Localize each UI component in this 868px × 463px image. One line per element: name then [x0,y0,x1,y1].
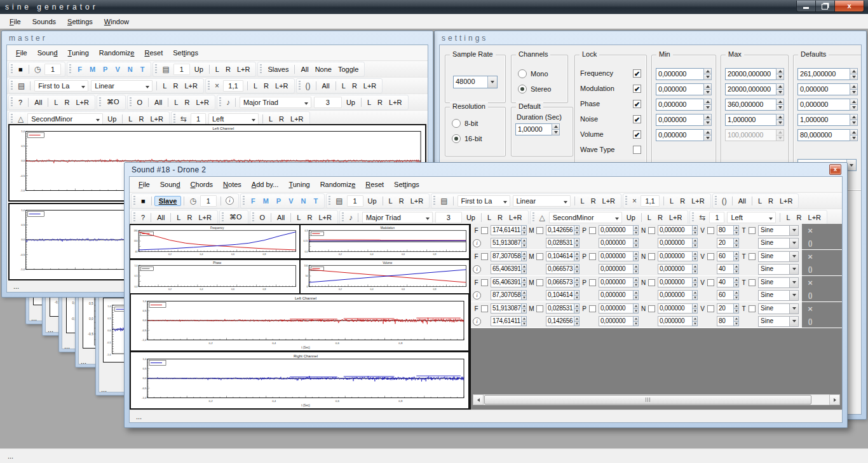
remove-row-button[interactable]: × [802,304,818,314]
spin-down-icon[interactable] [733,296,739,301]
stop-button[interactable]: ■ [138,196,149,206]
spin-down-icon[interactable] [574,231,580,236]
grip-handle-icon[interactable] [69,64,71,74]
both-channels-button[interactable]: L+R [666,212,686,223]
grip-handle-icon[interactable] [625,196,627,205]
spin-up-icon[interactable] [574,303,580,309]
value-spinner[interactable]: 174,61411 [491,316,527,326]
spin-down-icon[interactable] [733,231,739,236]
grip-handle-icon[interactable] [433,196,435,205]
spin-up-icon[interactable] [633,264,639,270]
scroll-right-button[interactable] [829,394,840,405]
spin-down-icon[interactable] [574,283,580,288]
wave-type-combo[interactable]: Sine [758,251,799,262]
spin-up-icon[interactable] [733,277,739,283]
all-button[interactable]: All [735,196,749,206]
up-button[interactable]: Up [343,97,358,107]
lock-checkbox[interactable] [536,253,543,260]
value-spinner[interactable]: 20 [717,303,739,314]
both-channels-button[interactable]: L+R [147,114,166,124]
radio-option-stereo[interactable]: Stereo [518,85,567,93]
grip-handle-icon[interactable] [243,196,245,205]
chevron-down-icon[interactable] [766,214,775,221]
chevron-down-icon[interactable] [79,82,88,90]
info-icon[interactable]: i [473,317,481,326]
menu-item-file[interactable]: File [4,16,27,27]
spin-up-icon[interactable] [776,114,784,120]
value-spinner[interactable]: 0,000000 [656,68,712,80]
chevron-down-icon[interactable] [789,252,798,261]
grip-handle-icon[interactable] [222,212,224,222]
lock-checkbox-volume[interactable]: ✔ [633,130,641,139]
spin-down-icon[interactable] [521,257,527,262]
value-spinner[interactable]: 80 [717,316,739,326]
volume-toggle[interactable]: V [285,196,297,206]
lock-checkbox[interactable] [648,279,655,286]
info-icon[interactable]: i [473,265,481,273]
lock-checkbox-modulation[interactable]: ✔ [633,85,641,93]
grip-handle-icon[interactable] [155,64,157,74]
scroll-left-button[interactable] [473,394,484,405]
info-icon[interactable]: i [473,291,481,300]
spin-up-icon[interactable] [850,129,858,135]
wave-type-combo[interactable]: Sine [758,303,799,314]
left-channel-button[interactable]: L [250,81,261,91]
chevron-down-icon[interactable] [501,197,510,205]
sample-rate-combo[interactable]: 48000 [453,76,498,88]
right-channel-button[interactable]: R [170,81,181,91]
spin-up-icon[interactable] [733,251,739,257]
grip-handle-icon[interactable] [252,212,254,222]
spin-up-icon[interactable] [733,264,739,270]
radio-option-mono[interactable]: Mono [518,69,567,78]
spin-up-icon[interactable] [521,303,527,309]
info-icon[interactable]: i [226,197,234,205]
menu-item-window[interactable]: Window [98,16,135,27]
remove-row-button[interactable]: × [802,252,818,261]
lock-checkbox[interactable] [589,227,596,234]
spin-down-icon[interactable] [692,244,698,249]
scrollbar-track[interactable] [484,394,829,405]
frequency-toggle[interactable]: F [247,196,259,206]
left-channel-button[interactable]: L [667,196,677,206]
value-spinner[interactable]: 0,000000 [658,316,698,326]
lock-checkbox[interactable] [481,253,488,260]
spin-up-icon[interactable] [521,264,527,270]
left-channel-button[interactable]: L [159,81,170,91]
spin-up-icon[interactable] [776,68,784,74]
lock-checkbox[interactable] [648,253,655,260]
spin-down-icon[interactable] [703,74,712,80]
stop-button[interactable]: ■ [15,64,26,74]
lock-checkbox[interactable] [589,253,596,260]
lock-checkbox[interactable] [536,279,543,286]
value-spinner[interactable]: 87,307058 [491,251,527,261]
value-spinner[interactable]: 65,406391 [491,264,527,274]
invert-row-button[interactable]: () [802,318,818,325]
spin-down-icon[interactable] [850,135,858,141]
value-spinner[interactable]: 0,000000 [658,277,698,287]
right-channel-button[interactable]: R [135,114,147,124]
spin-down-icon[interactable] [521,296,527,301]
range-combo[interactable]: First to La [458,195,510,207]
lock-checkbox[interactable] [749,227,756,234]
value-spinner[interactable]: 0,000000 [599,238,639,248]
interval-combo[interactable]: SecondMinor [27,113,103,125]
chord-count-input[interactable]: 3 [314,97,342,108]
grip-handle-icon[interactable] [173,114,175,123]
value-spinner[interactable]: 0,142656 [546,316,580,326]
spin-down-icon[interactable] [633,296,639,301]
spin-up-icon[interactable] [574,277,580,283]
wave-type-combo[interactable]: Sine [758,225,799,236]
value-spinner[interactable]: 0,000000 [599,290,639,300]
menu-item-randomize[interactable]: Randomize [315,179,361,190]
factor-input[interactable]: 1,1 [223,80,243,92]
value-spinner[interactable]: 0,000000 [599,225,639,235]
spin-down-icon[interactable] [633,322,639,327]
spin-up-icon[interactable] [692,264,698,270]
wave-type-combo[interactable]: Sine [758,238,799,249]
right-channel-button[interactable]: R [765,196,776,206]
grip-handle-icon[interactable] [11,64,13,74]
spin-up-icon[interactable] [776,99,784,105]
spin-up-icon[interactable] [574,264,580,270]
right-channel-button[interactable]: R [276,114,287,124]
value-spinner[interactable]: 0,104614 [546,251,580,261]
